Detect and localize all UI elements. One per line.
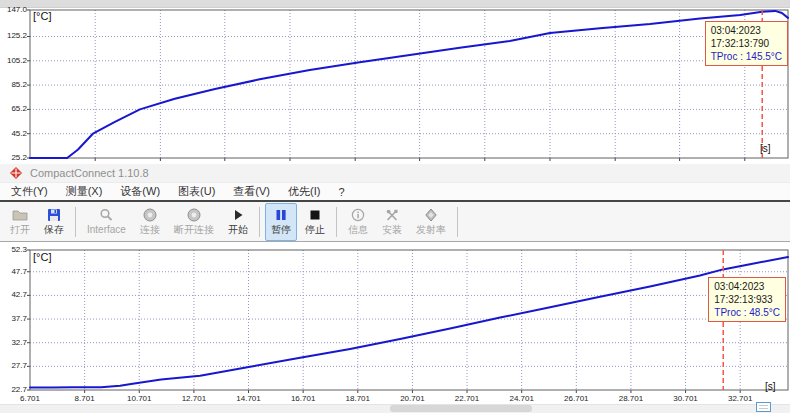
toolbar-button-label: Interface	[87, 224, 126, 236]
y-tick-label: 45.2	[1, 129, 27, 139]
tooltip-date: 03:04:2023	[711, 24, 782, 37]
x-tick-label: 8.701	[65, 394, 105, 404]
top-chart-panel: [°C] [s] 03:04:2023 17:32:13:790 TProc :…	[0, 0, 790, 164]
y-tick-label: 147.0	[1, 5, 27, 15]
y-tick-label: 27.7	[1, 361, 27, 371]
plot-frame	[30, 10, 788, 158]
x-tick-label: 18.701	[338, 394, 378, 404]
plot-frame	[30, 250, 788, 390]
x-tick-label: 32.701	[720, 394, 760, 404]
toolbar-button-interface-magnifier[interactable]: Interface	[81, 203, 132, 241]
toolbar-button-info[interactable]: 信息	[342, 203, 374, 241]
toolbar-button-label: 保存	[44, 224, 64, 236]
menu-item-4[interactable]: 查看(V)	[224, 183, 279, 200]
y-tick-label: 47.7	[1, 267, 27, 277]
tooltip-time: 17:32:13:933	[714, 293, 780, 306]
bottom-chart-panel: [°C] [s] 03:04:2023 17:32:13:933 TProc :…	[0, 242, 790, 413]
menu-item-1[interactable]: 测量(X)	[57, 183, 112, 200]
menu-item-5[interactable]: 优先(I)	[279, 183, 329, 200]
menu-item-0[interactable]: 文件(Y)	[2, 183, 57, 200]
x-tick-label: 14.701	[229, 394, 269, 404]
tooltip-value: TProc : 48.5°C	[714, 306, 780, 319]
toolbar-separator	[336, 207, 337, 237]
toolbar-button-connect[interactable]: 连接	[134, 203, 166, 241]
cursor-tooltip: 03:04:2023 17:32:13:933 TProc : 48.5°C	[708, 277, 786, 322]
save-floppy-icon	[46, 207, 62, 223]
toolbar-button-label: 连接	[140, 224, 160, 236]
app-logo-icon	[10, 167, 22, 179]
top-temperature-chart[interactable]	[0, 0, 790, 164]
toolbar-button-label: 安装	[382, 224, 402, 236]
x-tick-label: 28.701	[611, 394, 651, 404]
pause-icon	[273, 207, 289, 223]
stop-icon	[307, 207, 323, 223]
menu-bar: 文件(Y)测量(X)设备(W)图表(U)查看(V)优先(I)?	[0, 183, 790, 200]
window-title: CompactConnect 1.10.8	[30, 167, 149, 179]
y-tick-label: 42.7	[1, 290, 27, 300]
y-tick-label: 52.3	[1, 245, 27, 255]
y-tick-label: 25.2	[1, 153, 27, 163]
x-tick-label: 30.701	[666, 394, 706, 404]
toolbar: 打开保存Interface连接断开连接开始暂停停止信息安装发射率	[0, 200, 790, 242]
x-axis-unit-label: [s]	[760, 143, 771, 155]
toolbar-button-label: 断开连接	[174, 224, 214, 236]
emissivity-icon	[423, 207, 439, 223]
y-tick-label: 85.2	[1, 80, 27, 90]
open-folder-icon	[12, 207, 28, 223]
x-tick-label: 12.701	[174, 394, 214, 404]
cursor-tooltip: 03:04:2023 17:32:13:790 TProc : 145.5°C	[705, 21, 788, 66]
toolbar-button-disconnect[interactable]: 断开连接	[168, 203, 220, 241]
toolbar-separator	[259, 207, 260, 237]
toolbar-button-label: 停止	[305, 224, 325, 236]
corner-widget[interactable]	[756, 402, 771, 412]
y-tick-label: 37.7	[1, 314, 27, 324]
toolbar-separator	[457, 207, 458, 237]
y-axis-unit-label: [°C]	[33, 10, 51, 22]
menu-item-2[interactable]: 设备(W)	[111, 183, 169, 200]
toolbar-button-label: 信息	[348, 224, 368, 236]
y-axis-unit-label: [°C]	[33, 251, 51, 263]
y-tick-label: 125.2	[1, 31, 27, 41]
toolbar-separator	[75, 207, 76, 237]
interface-magnifier-icon	[98, 207, 114, 223]
compactconnect-app-window: [°C] [s] 03:04:2023 17:32:13:790 TProc :…	[0, 0, 790, 413]
x-tick-label: 20.701	[392, 394, 432, 404]
y-tick-label: 32.7	[1, 338, 27, 348]
connect-icon	[142, 207, 158, 223]
tooltip-time: 17:32:13:790	[711, 37, 782, 50]
x-tick-label: 6.701	[10, 394, 50, 404]
tooltip-value: TProc : 145.5°C	[711, 50, 782, 63]
tooltip-date: 03:04:2023	[714, 280, 780, 293]
install-tools-icon	[384, 207, 400, 223]
toolbar-button-label: 暂停	[271, 224, 291, 236]
x-axis-unit-label: [s]	[765, 381, 776, 393]
x-tick-label: 10.701	[119, 394, 159, 404]
toolbar-button-emissivity[interactable]: 发射率	[410, 203, 452, 241]
disconnect-icon	[186, 207, 202, 223]
toolbar-button-install-tools[interactable]: 安装	[376, 203, 408, 241]
toolbar-button-pause[interactable]: 暂停	[265, 203, 297, 241]
y-tick-label: 105.2	[1, 56, 27, 66]
window-titlebar: CompactConnect 1.10.8	[0, 164, 790, 183]
x-tick-label: 16.701	[283, 394, 323, 404]
toolbar-button-stop[interactable]: 停止	[299, 203, 331, 241]
start-play-icon	[230, 207, 246, 223]
bottom-temperature-chart[interactable]	[0, 242, 790, 413]
info-icon	[350, 207, 366, 223]
temperature-curve	[30, 11, 788, 158]
toolbar-button-start-play[interactable]: 开始	[222, 203, 254, 241]
menu-item-3[interactable]: 图表(U)	[169, 183, 224, 200]
x-tick-label: 26.701	[556, 394, 596, 404]
toolbar-button-label: 开始	[228, 224, 248, 236]
menu-item-6[interactable]: ?	[329, 185, 353, 199]
toolbar-button-label: 发射率	[416, 224, 446, 236]
scrollbar-thumb[interactable]	[390, 405, 532, 412]
x-tick-label: 22.701	[447, 394, 487, 404]
toolbar-button-label: 打开	[10, 224, 30, 236]
x-tick-label: 24.701	[502, 394, 542, 404]
temperature-curve	[30, 257, 788, 388]
toolbar-button-save-floppy[interactable]: 保存	[38, 203, 70, 241]
toolbar-button-open-folder[interactable]: 打开	[4, 203, 36, 241]
y-tick-label: 65.2	[1, 104, 27, 114]
